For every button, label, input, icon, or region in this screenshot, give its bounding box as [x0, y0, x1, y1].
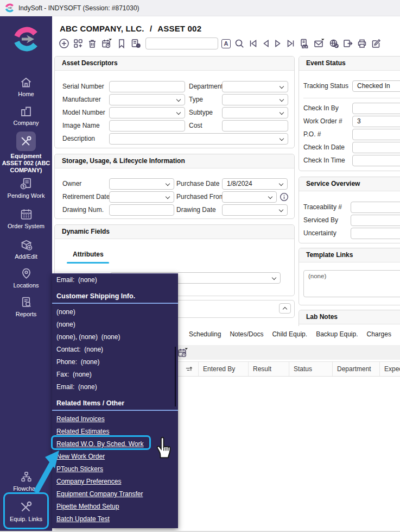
- sidebar-item-locations[interactable]: Locations: [0, 267, 52, 289]
- check-in-time-input[interactable]: [352, 155, 400, 166]
- email-menu-icon[interactable]: [313, 38, 325, 49]
- sidebar-item-equipment[interactable]: Equipment ASSET 002 (ABC COMPANY): [0, 132, 52, 173]
- grid-col-status[interactable]: Status: [289, 362, 333, 376]
- po-number-input[interactable]: [352, 129, 400, 140]
- menu-item-company-preferences[interactable]: Company Preferences: [52, 475, 178, 488]
- event-calendar-menu-icon[interactable]: [101, 38, 113, 49]
- purchase-date-select[interactable]: 1/8/2024: [222, 178, 288, 190]
- tab-backup-equip[interactable]: Backup Equip.: [316, 330, 358, 338]
- grid-col-entered-by[interactable]: Entered By: [199, 362, 249, 376]
- breadcrumb-asset: ASSET 002: [157, 24, 201, 33]
- sidebar-item-reports[interactable]: Reports: [0, 296, 52, 317]
- grid-col-department[interactable]: Department: [333, 362, 380, 376]
- sidebar-item-add-edit[interactable]: Add/Edit: [0, 238, 52, 260]
- collapse-button[interactable]: [279, 303, 291, 314]
- popup-info-row: (none), (none) (none): [52, 331, 178, 343]
- tab-notes-docs[interactable]: Notes/Docs: [230, 330, 263, 338]
- add-icon[interactable]: [59, 38, 69, 49]
- purchased-from-info-icon[interactable]: [280, 192, 289, 202]
- description-select[interactable]: [109, 133, 288, 145]
- template-links-box[interactable]: (none): [303, 270, 400, 297]
- drawing-date-select[interactable]: [222, 204, 288, 216]
- owner-select[interactable]: [109, 178, 174, 190]
- popup-scrollbar[interactable]: [175, 347, 176, 406]
- highlight-box-related-wo: [51, 435, 151, 450]
- sidebar-item-label: Company: [0, 120, 52, 126]
- menu-item-equipment-company-transfer[interactable]: Equipment Company Transfer: [52, 488, 178, 500]
- app-window: IndySoft - INDYSOFT (Session: #871030) H…: [0, 0, 400, 532]
- menu-item-batch-update-test[interactable]: Batch Update Test: [52, 513, 178, 525]
- type-label: Type: [189, 94, 203, 105]
- menu-item-related-invoices[interactable]: Related Invoices: [52, 413, 178, 425]
- previous-record-icon[interactable]: [261, 38, 270, 49]
- tab-scheduling[interactable]: Scheduling: [189, 330, 221, 338]
- cost-input[interactable]: [222, 120, 288, 132]
- drawing-num-label: Drawing Num.: [62, 204, 104, 216]
- model-number-select[interactable]: [109, 107, 185, 118]
- image-name-label: Image Name: [62, 120, 100, 132]
- sidebar-item-label: COMPANY): [0, 167, 52, 173]
- subtype-select[interactable]: [222, 107, 288, 118]
- department-select[interactable]: [222, 81, 288, 92]
- traceability-input[interactable]: [351, 202, 400, 213]
- search-icon[interactable]: [234, 38, 245, 49]
- highlight-text-icon[interactable]: A: [221, 39, 231, 48]
- work-order-value: 3: [353, 116, 400, 127]
- first-record-icon[interactable]: [248, 38, 258, 49]
- serial-number-input[interactable]: [109, 81, 185, 92]
- grid-col-expected[interactable]: Expec: [380, 362, 400, 376]
- sidebar-item-company[interactable]: Company: [0, 105, 52, 126]
- purchased-from-label: Purchased From: [176, 191, 225, 203]
- serviced-by-input[interactable]: [351, 215, 400, 226]
- drawing-num-input[interactable]: [109, 204, 174, 216]
- print-icon[interactable]: [357, 38, 367, 49]
- type-select[interactable]: [222, 94, 288, 105]
- purchased-from-select[interactable]: [222, 191, 277, 203]
- export-icon[interactable]: [342, 38, 353, 49]
- check-in-time-label: Check In Time: [303, 155, 345, 166]
- equip-links-popup-menu: Email: (none) Customer Shipping Info. (n…: [52, 273, 178, 528]
- tab-attributes[interactable]: Attributes: [73, 251, 104, 258]
- sidebar-item-flowchart[interactable]: Flowchart: [0, 470, 52, 492]
- grid-col-result[interactable]: Result: [249, 362, 289, 376]
- toolbar-search-input[interactable]: [145, 37, 218, 49]
- check-in-date-input[interactable]: [352, 142, 400, 153]
- tracking-status-input[interactable]: Checked In: [352, 80, 400, 92]
- tab-child-equip[interactable]: Child Equip.: [272, 330, 307, 338]
- bookmark-icon[interactable]: [116, 38, 127, 49]
- popup-info-row: Email: (none): [52, 381, 178, 393]
- web-publish-icon[interactable]: [328, 38, 339, 49]
- serial-number-label: Serial Number: [62, 81, 104, 92]
- check-in-by-input[interactable]: [352, 103, 400, 114]
- retirement-date-select[interactable]: [109, 191, 174, 203]
- purchase-date-label: Purchase Date: [176, 178, 219, 190]
- home-icon: [20, 76, 33, 89]
- storage-panel: Storage, Usage, & Lifecycle Information …: [54, 154, 295, 219]
- edit-icon[interactable]: [371, 38, 382, 49]
- tracking-status-value: Checked In: [353, 81, 400, 91]
- clone-icon[interactable]: [73, 38, 84, 49]
- menu-item-pipette-method-setup[interactable]: Pipette Method Setup: [52, 500, 178, 513]
- sidebar-item-pending-work[interactable]: Pending Work: [0, 177, 52, 199]
- panel-title: Dynamic Fields: [55, 225, 294, 239]
- next-record-icon[interactable]: [274, 38, 283, 49]
- work-order-input[interactable]: 3: [352, 116, 400, 127]
- manufacturer-select[interactable]: [109, 94, 185, 105]
- grid-sort-cell[interactable]: [179, 362, 199, 376]
- purchase-date-value: 1/8/2024: [223, 179, 287, 189]
- sidebar-item-home[interactable]: Home: [0, 76, 52, 97]
- tab-charges[interactable]: Charges: [367, 330, 391, 338]
- active-tab-underline: [67, 262, 109, 264]
- sidebar-item-order-system[interactable]: Order System: [0, 208, 52, 229]
- last-record-icon[interactable]: [286, 38, 296, 49]
- copy-equipment-icon[interactable]: [299, 38, 310, 49]
- menu-item-new-work-order[interactable]: New Work Order: [52, 450, 178, 463]
- run-report-icon[interactable]: [130, 38, 142, 49]
- grid-calendar-menu-icon[interactable]: [177, 347, 189, 359]
- breadcrumb-separator: /: [147, 24, 155, 33]
- uncertainty-input[interactable]: [351, 228, 400, 239]
- menu-item-ptouch-stickers[interactable]: PTouch Stickers: [52, 463, 178, 475]
- delete-icon[interactable]: [87, 38, 98, 49]
- image-name-input[interactable]: [109, 120, 185, 132]
- panel-title: Lab Notes: [299, 310, 400, 324]
